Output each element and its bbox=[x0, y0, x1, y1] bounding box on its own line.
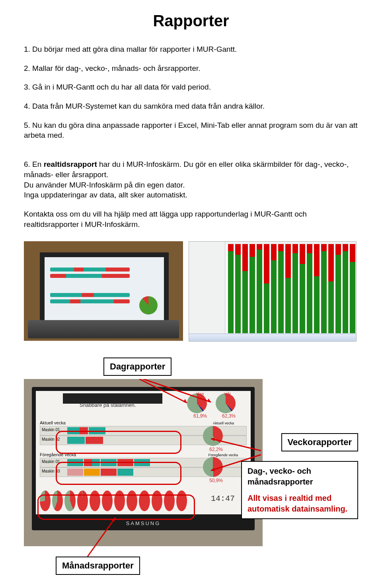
list-item-6: 6. En realtidsrapport har du i MUR-Infos… bbox=[24, 149, 358, 200]
list-item: 3. Gå in i MUR-Gantt och du har all data… bbox=[24, 82, 358, 92]
taskbar bbox=[189, 334, 356, 341]
contact-text: Kontakta oss om du vill ha hjälp med att… bbox=[24, 209, 358, 229]
clock: 14:47 bbox=[211, 494, 235, 503]
aktuell-label: Aktuell vecka bbox=[40, 420, 66, 425]
laptop-screen bbox=[40, 252, 169, 326]
igar-pct: 62,3% bbox=[222, 413, 236, 419]
list-item: 1. Du börjar med att göra dina mallar fö… bbox=[24, 44, 358, 55]
dvm-line1: Dag-, vecko- och månadsrapporter bbox=[248, 466, 352, 487]
laptop-photo bbox=[24, 241, 183, 341]
item6-pre: 6. En bbox=[24, 160, 44, 168]
idag-pct: 61,9% bbox=[193, 413, 207, 419]
manadsrapporter-callout: Månadsrapporter bbox=[56, 557, 140, 575]
pie-idag bbox=[187, 393, 207, 413]
chart-area bbox=[226, 244, 355, 333]
pie-icon bbox=[139, 296, 158, 315]
red-oval-foregaende bbox=[56, 462, 181, 485]
dvm-callout: Dag-, vecko- och månadsrapporter Allt vi… bbox=[241, 461, 358, 519]
aktuell-right-label: Aktuell vecka bbox=[213, 421, 234, 425]
veckorapporter-callout: Veckorapporter bbox=[281, 433, 358, 451]
image-row bbox=[24, 241, 358, 342]
item6-bold: realtidsrapport bbox=[44, 160, 97, 168]
laptop-keyboard bbox=[28, 320, 179, 338]
chart-window bbox=[189, 241, 357, 342]
red-arrow-man bbox=[72, 514, 151, 561]
list-item: 2. Mallar för dag-, vecko-, månads- och … bbox=[24, 63, 358, 74]
igar-label: igår bbox=[224, 392, 231, 396]
lower-figure: Dagrapporter Snabbare på stålämnen. idag… bbox=[24, 357, 358, 580]
pie-foregaende bbox=[203, 457, 223, 477]
page-title: Rapporter bbox=[24, 12, 358, 30]
dvm-redline: Allt visas i realtid med automatisk data… bbox=[248, 493, 352, 514]
foregaende-right-label: Föregående vecka bbox=[208, 453, 238, 457]
idag-label: idag bbox=[196, 392, 204, 396]
pie-igar bbox=[216, 393, 236, 413]
aktuell-pct: 62,2% bbox=[209, 447, 223, 452]
foregaende-pct: 50,9% bbox=[209, 478, 223, 483]
red-oval-aktuell bbox=[56, 431, 181, 454]
dagrapporter-callout: Dagrapporter bbox=[103, 357, 172, 376]
pie-aktuell bbox=[203, 426, 223, 446]
maskin01-label: Maskin 01 bbox=[42, 428, 60, 432]
header-text: Snabbare på stålämnen. bbox=[80, 402, 136, 408]
list-item: 4. Data från MUR-Systemet kan du samköra… bbox=[24, 101, 358, 111]
chart-sidebar bbox=[189, 242, 225, 341]
list-item: 5. Nu kan du göra dina anpassade rapport… bbox=[24, 120, 358, 141]
